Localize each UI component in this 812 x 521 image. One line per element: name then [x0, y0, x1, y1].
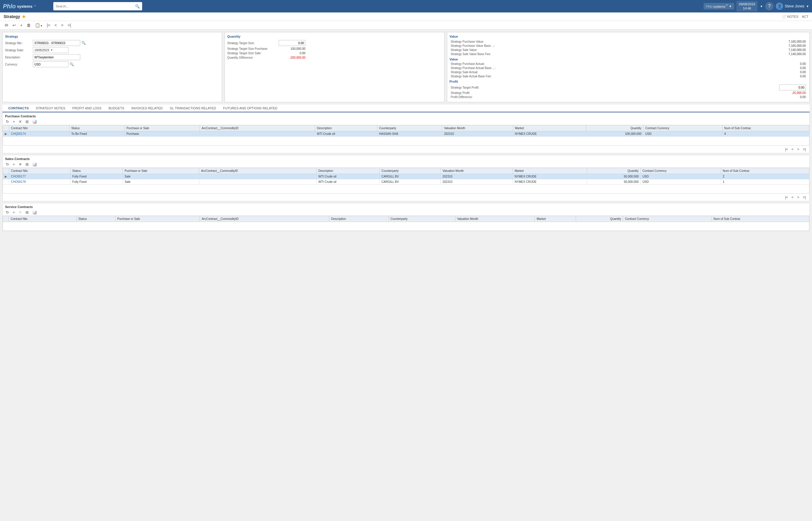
datetime-dropdown-icon[interactable]: ▼ [760, 5, 763, 8]
service-delete-button[interactable]: ✕ [18, 210, 23, 215]
sales-delete-button[interactable]: ✕ [18, 162, 23, 167]
service-col-status[interactable]: Status [76, 216, 115, 222]
purchase-col-currency[interactable]: Contract Currency [644, 126, 722, 131]
service-col-currency[interactable]: Contract Currency [623, 216, 712, 222]
qty-target-size-input[interactable] [279, 40, 305, 46]
sales-contract-link-1[interactable]: CHO00177 [11, 175, 26, 178]
add-button[interactable]: + [19, 22, 24, 28]
purchase-col-counterparty[interactable]: Counterparty [377, 126, 442, 131]
sales-col-nbr[interactable]: Contract Nbr. [9, 168, 70, 174]
service-refresh-button[interactable]: ↻ [5, 210, 10, 215]
purchase-col-nbr[interactable]: Contract Nbr. [9, 126, 70, 131]
sales-add-button[interactable]: + [12, 162, 16, 167]
strategy-nbr-search-icon[interactable]: 🔍 [81, 41, 86, 45]
next-page-button[interactable]: > [60, 22, 65, 28]
tab-strategy-notes[interactable]: STRATEGY NOTES [32, 105, 69, 112]
sales-refresh-button[interactable]: ↻ [5, 162, 10, 167]
purchase-first-page[interactable]: |< [784, 147, 789, 152]
service-col-market[interactable]: Market [535, 216, 576, 222]
tab-gl-transactions[interactable]: GL TRANSACTIONS RELATED [166, 105, 219, 112]
purchase-resize-button[interactable]: ⊞ [25, 119, 30, 124]
purchase-contract-link[interactable]: CHQ00174 [11, 132, 26, 135]
sales-col-market[interactable]: Market [512, 168, 587, 174]
purchase-col-desc[interactable]: Description [315, 126, 377, 131]
purchase-export-button[interactable]: 📊 [31, 119, 38, 124]
service-col-commodity[interactable]: ArcContract__CommodityID [200, 216, 329, 222]
undo-button[interactable]: ↩ [11, 22, 17, 28]
prev-page-button[interactable]: < [53, 22, 58, 28]
sales-row1-expand[interactable]: ▶ [3, 174, 9, 179]
first-page-button[interactable]: |< [46, 22, 51, 28]
sales-col-sub[interactable]: Num of Sub Contrac [721, 168, 809, 174]
purchase-row-nbr[interactable]: CHQ00174 [9, 131, 70, 137]
copy-button[interactable]: 📋▼ [34, 22, 44, 28]
sales-col-desc[interactable]: Description [316, 168, 379, 174]
search-bar[interactable]: 🔍 [53, 2, 142, 10]
email-button[interactable]: ✉ [4, 22, 9, 28]
service-col-pos[interactable]: Purchase or Sale [116, 216, 200, 222]
sales-col-pos[interactable]: Purchase or Sale [123, 168, 199, 174]
sales-col-status[interactable]: Status [70, 168, 123, 174]
sales-row1-nbr[interactable]: CHO00177 [9, 174, 70, 179]
sales-export-button[interactable]: 📊 [31, 162, 38, 167]
purchase-next-page[interactable]: > [796, 147, 801, 152]
tab-budgets[interactable]: BUDGETS [105, 105, 128, 112]
service-col-sub[interactable]: Num of Sub Contrac [712, 216, 809, 222]
purchase-delete-button[interactable]: ✕ [18, 119, 23, 124]
user-menu[interactable]: 👤 Steve Jones ▼ [776, 3, 809, 10]
sales-col-qty[interactable]: Quantity [587, 168, 641, 174]
service-add-button[interactable]: + [12, 210, 16, 215]
currency-input[interactable] [33, 61, 68, 67]
sales-resize-button[interactable]: ⊞ [25, 162, 30, 167]
tab-contracts[interactable]: CONTRACTS [5, 105, 32, 112]
currency-search-icon[interactable]: 🔍 [70, 62, 74, 66]
sales-first-page[interactable]: |< [784, 195, 789, 200]
target-profit-input[interactable] [779, 85, 806, 90]
purchase-add-button[interactable]: + [12, 119, 16, 124]
search-input[interactable] [56, 4, 135, 8]
tab-futures-options[interactable]: FUTURES AND OPTIONS RELATED [220, 105, 281, 112]
purchase-prev-page[interactable]: < [790, 147, 795, 152]
strategy-date-input[interactable]: 19/05/2023 ▼ [33, 47, 68, 53]
sales-col-currency[interactable]: Contract Currency [641, 168, 721, 174]
tab-invoices[interactable]: INVOICES RELATED [128, 105, 166, 112]
purchase-col-sub[interactable]: Num of Sub Contrac [722, 126, 809, 131]
service-resize-button[interactable]: ⊞ [25, 210, 30, 215]
service-section-toolbar: ↻ + ✕ ⊞ 📊 [3, 209, 809, 216]
service-col-desc[interactable]: Description [329, 216, 388, 222]
sales-col-valuation[interactable]: Valuation Month [440, 168, 512, 174]
help-button[interactable]: ? [765, 2, 773, 10]
service-col-qty[interactable]: Quantity [576, 216, 623, 222]
purchase-col-status[interactable]: Status [69, 126, 124, 131]
sales-last-page[interactable]: >| [802, 195, 807, 200]
purchase-col-commodity[interactable]: ArcContract__CommodityID [199, 126, 315, 131]
sales-row2-nbr[interactable]: CHO00178 [9, 179, 70, 185]
tab-profit-loss[interactable]: PROFIT AND LOSS [69, 105, 105, 112]
act-button[interactable]: ACT [802, 15, 808, 18]
purchase-row-expand[interactable]: ▶ [3, 131, 9, 137]
sales-next-page[interactable]: > [796, 195, 801, 200]
purchase-last-page[interactable]: >| [802, 147, 807, 152]
strategy-nbr-input[interactable] [33, 40, 80, 46]
favorite-star-icon[interactable]: ★ [22, 14, 26, 19]
notes-button[interactable]: 📄 NOTES [782, 15, 798, 19]
logo-tm: ™ [33, 5, 36, 8]
sales-contract-link-2[interactable]: CHO00178 [11, 180, 26, 183]
last-page-button[interactable]: >| [66, 22, 72, 28]
purchase-col-pos[interactable]: Purchase or Sale [124, 126, 199, 131]
sales-prev-page[interactable]: < [790, 195, 795, 200]
sales-col-commodity[interactable]: ArcContract__CommodityID [199, 168, 316, 174]
delete-button[interactable]: 🗑 [25, 22, 32, 28]
description-input[interactable] [33, 54, 80, 60]
service-export-button[interactable]: 📊 [31, 210, 38, 215]
purchase-col-market[interactable]: Market [513, 126, 586, 131]
purchase-pagination: |< < > >| [3, 145, 809, 153]
company-selector[interactable]: Phlo systems™ ▼ [703, 3, 734, 9]
service-col-nbr[interactable]: Contract Nbr. [9, 216, 77, 222]
sales-col-counterparty[interactable]: Counterparty [380, 168, 440, 174]
purchase-refresh-button[interactable]: ↻ [5, 119, 10, 124]
service-col-counterparty[interactable]: Counterparty [388, 216, 455, 222]
purchase-col-valuation[interactable]: Valuation Month [442, 126, 513, 131]
service-col-valuation[interactable]: Valuation Month [455, 216, 535, 222]
purchase-col-qty[interactable]: Quantity [586, 126, 643, 131]
